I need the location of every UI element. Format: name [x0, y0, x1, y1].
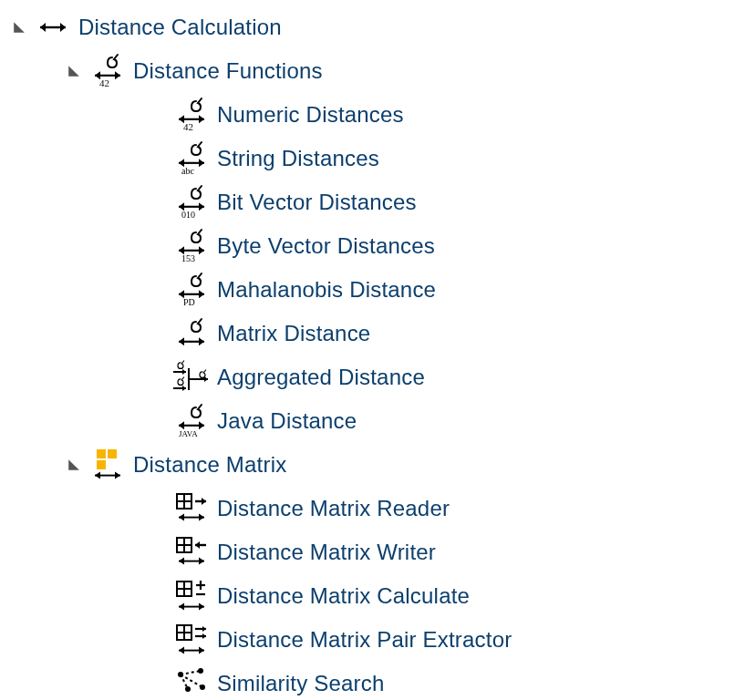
svg-rect-18: [97, 460, 106, 469]
expand-toggle-icon[interactable]: [64, 61, 84, 81]
delta-arrow-java-icon: JAVA: [173, 403, 210, 439]
tree-item-distance-matrix-writer[interactable]: Distance Matrix Writer: [9, 530, 735, 574]
tree-item-distance-matrix-calculate[interactable]: Distance Matrix Calculate: [9, 574, 735, 618]
tree-item-label: Bit Vector Distances: [217, 190, 417, 215]
tree-item-label: Aggregated Distance: [217, 365, 425, 390]
tree-item-mahalanobis-distance[interactable]: PD Mahalanobis Distance: [9, 268, 735, 312]
tree-item-aggregated-distance[interactable]: Aggregated Distance: [9, 355, 735, 399]
tree-item-distance-matrix-reader[interactable]: Distance Matrix Reader: [9, 487, 735, 530]
svg-text:010: 010: [181, 210, 195, 220]
delta-arrow-pd-icon: PD: [173, 272, 210, 308]
svg-rect-17: [108, 449, 117, 458]
tree-item-numeric-distances[interactable]: 42 Numeric Distances: [9, 93, 735, 137]
delta-arrow-010-icon: 010: [173, 184, 210, 221]
delta-arrow-abc-icon: abc: [173, 140, 210, 177]
delta-arrow-42-icon: 42: [173, 97, 210, 133]
tree-item-label: Distance Functions: [133, 58, 323, 84]
tree-item-label: Distance Matrix Calculate: [217, 583, 470, 609]
distance-matrix-category-icon: [89, 447, 126, 483]
node-tree: Distance Calculation 42 Distance Functio…: [0, 0, 735, 700]
tree-item-label: String Distances: [217, 146, 379, 171]
tree-item-similarity-search[interactable]: Similarity Search: [9, 662, 735, 700]
matrix-pair-extractor-icon: [173, 622, 210, 658]
tree-item-label: Distance Calculation: [78, 15, 282, 40]
tree-item-byte-vector-distances[interactable]: 153 Byte Vector Distances: [9, 224, 735, 268]
tree-item-label: Byte Vector Distances: [217, 233, 435, 259]
expand-toggle-icon[interactable]: [9, 17, 29, 37]
tree-item-label: Mahalanobis Distance: [217, 277, 436, 303]
svg-text:42: 42: [99, 77, 109, 88]
tree-item-label: Distance Matrix Reader: [217, 496, 450, 521]
tree-item-label: Matrix Distance: [217, 321, 370, 346]
tree-item-distance-functions[interactable]: 42 Distance Functions: [9, 49, 735, 93]
expand-toggle-icon[interactable]: [64, 455, 84, 475]
tree-item-label: Numeric Distances: [217, 102, 404, 128]
svg-text:PD: PD: [183, 297, 195, 307]
bidir-arrow-icon: [35, 9, 71, 46]
svg-text:42: 42: [183, 121, 193, 132]
tree-item-bit-vector-distances[interactable]: 010 Bit Vector Distances: [9, 180, 735, 224]
tree-item-distance-calculation[interactable]: Distance Calculation: [9, 5, 735, 49]
tree-item-label: Distance Matrix Writer: [217, 540, 436, 565]
matrix-reader-icon: [173, 490, 210, 527]
similarity-search-icon: [173, 665, 210, 700]
svg-line-31: [181, 671, 201, 674]
svg-rect-16: [97, 449, 106, 458]
tree-item-java-distance[interactable]: JAVA Java Distance: [9, 399, 735, 443]
svg-text:JAVA: JAVA: [179, 429, 198, 438]
tree-item-matrix-distance[interactable]: Matrix Distance: [9, 312, 735, 355]
delta-arrow-icon: [173, 315, 210, 352]
tree-item-label: Distance Matrix Pair Extractor: [217, 627, 512, 653]
aggregated-distance-icon: [173, 359, 210, 396]
delta-arrow-153-icon: 153: [173, 228, 210, 264]
matrix-calculate-icon: [173, 578, 210, 614]
svg-text:abc: abc: [181, 166, 194, 176]
matrix-writer-icon: [173, 534, 210, 571]
tree-item-distance-matrix[interactable]: Distance Matrix: [9, 443, 735, 487]
tree-item-label: Java Distance: [217, 408, 357, 434]
tree-item-label: Distance Matrix: [133, 452, 286, 478]
delta-arrow-42-icon: 42: [89, 53, 126, 89]
tree-item-label: Similarity Search: [217, 671, 384, 696]
tree-item-string-distances[interactable]: abc String Distances: [9, 137, 735, 180]
svg-text:153: 153: [181, 253, 195, 263]
tree-item-distance-matrix-pair-extractor[interactable]: Distance Matrix Pair Extractor: [9, 618, 735, 662]
